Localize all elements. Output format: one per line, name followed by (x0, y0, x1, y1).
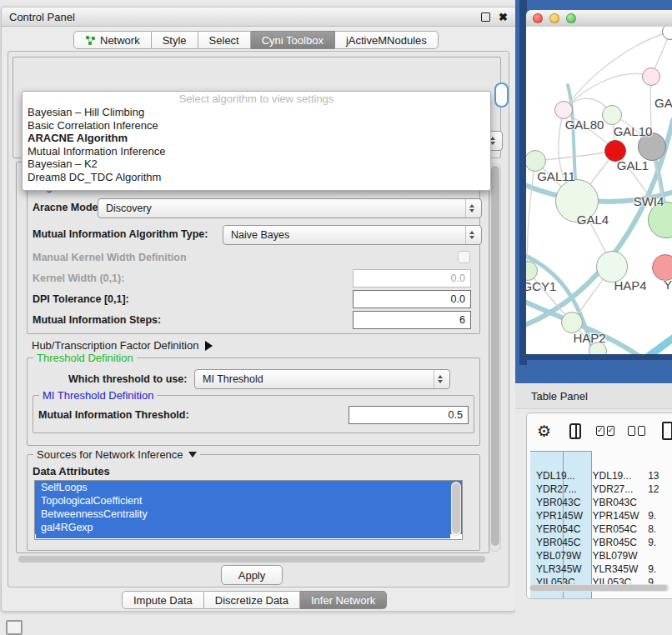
network-view-window: GAL GAL80 GAL10 GAL1 GAL11 GAL4 SWI4 GCY… (526, 10, 672, 354)
mi-algorithm-type-select[interactable]: Naive Bayes (223, 225, 482, 245)
tab-label: Impute Data (133, 594, 193, 607)
node-label: GAL11 (537, 169, 575, 183)
select-all-checkbox-icon2[interactable]: ✓ (607, 426, 615, 436)
export-table-icon[interactable] (662, 422, 672, 440)
tab-style[interactable]: Style (152, 31, 198, 49)
cell: YDR27... (530, 482, 587, 496)
data-attributes-list[interactable]: SelfLoops TopologicalCoefficient Between… (34, 480, 463, 540)
expand-right-icon (205, 341, 213, 351)
control-panel-titlebar: Control Panel ✖ (2, 8, 515, 27)
minimize-traffic-icon[interactable] (549, 13, 559, 23)
dpi-tolerance-input[interactable]: 0.0 (353, 290, 471, 308)
apply-button[interactable]: Apply (221, 565, 283, 585)
table-row[interactable]: YLR345W YLR345W 9. (530, 562, 672, 576)
attribute-item[interactable]: gal4RGexp (35, 521, 462, 534)
table-row[interactable]: YPR145W YPR145W 9. (530, 509, 672, 522)
algorithm-option[interactable]: Mutual Information Inference (23, 145, 490, 158)
close-icon[interactable]: ✖ (499, 12, 508, 22)
tab-label: jActiveMNodules (346, 34, 427, 47)
deselect-checkbox-icon2[interactable] (638, 426, 645, 436)
which-threshold-select[interactable]: MI Threshold (194, 369, 450, 389)
control-panel-window: Control Panel ✖ Network Style Select (1, 7, 516, 612)
table-row[interactable]: YBR045C YBR045C 9. (530, 536, 672, 549)
cell: 8. (642, 522, 672, 536)
which-threshold-label: Which threshold to use: (68, 373, 187, 385)
minimized-panel-icon[interactable] (6, 620, 23, 635)
select-all-checkbox-icon[interactable]: ✓ (596, 426, 604, 436)
mi-steps-input[interactable]: 6 (353, 311, 471, 329)
table-hscrollbar-thumb[interactable] (530, 585, 667, 591)
tab-impute-data[interactable]: Impute Data (122, 591, 204, 609)
tab-label: Style (163, 34, 187, 47)
table-row[interactable]: YBR043C YBR043C (530, 496, 672, 509)
settings-hscrollbar-thumb[interactable] (18, 556, 485, 562)
table-row[interactable]: YDR27... YDR27... 12 (530, 482, 672, 496)
node-gal80[interactable] (554, 101, 573, 119)
kernel-width-input[interactable]: 0.0 (353, 269, 471, 288)
table-panel-title: Table Panel (531, 390, 588, 402)
sources-title-row[interactable]: Sources for Network Inference (33, 448, 200, 461)
aracne-mode-label: Aracne Mode: (33, 202, 102, 213)
attribute-item[interactable]: BetweennessCentrality (35, 508, 462, 521)
cell: YLR345W (587, 562, 643, 576)
algorithm-option-selected[interactable]: ARACNE Algorithm (23, 132, 490, 145)
mi-threshold-definition-group: MI Threshold Definition Mutual Informati… (33, 395, 474, 433)
tab-network[interactable]: Network (73, 31, 152, 49)
cell: YBR045C (530, 536, 587, 549)
tab-discretize-data[interactable]: Discretize Data (204, 591, 300, 609)
table-panel-titlebar: Table Panel (515, 383, 672, 409)
mi-threshold-definition-title: MI Threshold Definition (39, 389, 157, 402)
network-icon (85, 35, 96, 46)
deselect-checkbox-icon[interactable] (628, 426, 635, 436)
node-gal10[interactable] (602, 105, 622, 125)
float-window-icon[interactable] (481, 12, 490, 22)
window-bottom-shadow (526, 354, 672, 360)
algorithm-option[interactable]: Bayesian – K2 (23, 158, 490, 171)
tab-jactivemnodules[interactable]: jActiveMNodules (335, 31, 439, 49)
tab-label: Discretize Data (215, 594, 288, 607)
tab-infer-network[interactable]: Infer Network (300, 591, 387, 609)
algorithm-option[interactable]: Dream8 DC_TDC Algorithm (23, 171, 490, 184)
table-row-partial[interactable]: YIL053C YIL053C 9 (530, 576, 672, 584)
mi-threshold-input[interactable]: 0.5 (349, 406, 469, 424)
node-label: Y (664, 278, 672, 292)
node-label: GAL80 (565, 118, 604, 132)
cell (642, 496, 672, 509)
node-label: GCY1 (526, 279, 556, 293)
node-label: GAL4 (577, 212, 609, 227)
table-toolbar: ⚙ ✓ ✓ (527, 413, 672, 448)
application-root: Control Panel ✖ Network Style Select (0, 0, 672, 635)
attribute-item[interactable]: SelfLoops (35, 481, 462, 494)
settings-gear-icon[interactable]: ⚙ (537, 422, 551, 441)
table-row[interactable]: YBL079W YBL079W (530, 549, 672, 562)
cell: 9 (642, 576, 672, 584)
table-horizontal-scrollbar[interactable] (529, 584, 669, 592)
hub-definition-toggle[interactable]: Hub/Transcription Factor Definition (32, 339, 213, 352)
close-traffic-icon[interactable] (533, 13, 543, 23)
node-gal-pink[interactable] (642, 68, 660, 86)
tab-select[interactable]: Select (198, 31, 251, 49)
help-button[interactable] (494, 82, 509, 108)
list-scrollbar-thumb[interactable] (452, 483, 460, 533)
cell: 9. (642, 509, 672, 522)
cyni-toolbox-panel: galFiltered.sif default node Select algo… (8, 51, 509, 588)
zoom-traffic-icon[interactable] (566, 13, 576, 23)
algorithm-definition-group: Algorithm Definition Aracne Mode: Discov… (27, 186, 480, 334)
column-layout-icon[interactable] (569, 423, 581, 439)
manual-kernel-width-checkbox[interactable] (458, 251, 470, 263)
network-canvas[interactable]: GAL GAL80 GAL10 GAL1 GAL11 GAL4 SWI4 GCY… (526, 27, 672, 354)
cell: YER054C (587, 522, 643, 536)
attribute-item[interactable]: TopologicalCoefficient (35, 494, 462, 508)
table-row[interactable]: YDL19... YDL19... 13 (530, 469, 672, 482)
hub-definition-label: Hub/Transcription Factor Definition (32, 339, 198, 352)
table-row[interactable]: YER054C YER054C 8. (530, 522, 672, 536)
aracne-mode-select[interactable]: Discovery (98, 198, 482, 218)
settings-scrollbar-thumb[interactable] (491, 166, 499, 546)
settings-vertical-scrollbar[interactable] (489, 163, 501, 552)
algorithm-option[interactable]: Basic Correlation Inference (23, 119, 490, 132)
algorithm-option[interactable]: Bayesian – Hill Climbing (23, 106, 490, 119)
tab-cyni-toolbox[interactable]: Cyni Toolbox (251, 31, 335, 49)
settings-horizontal-scrollbar[interactable] (18, 555, 488, 563)
list-vertical-scrollbar[interactable] (451, 482, 461, 537)
mi-threshold-label: Mutual Information Threshold: (38, 409, 189, 421)
